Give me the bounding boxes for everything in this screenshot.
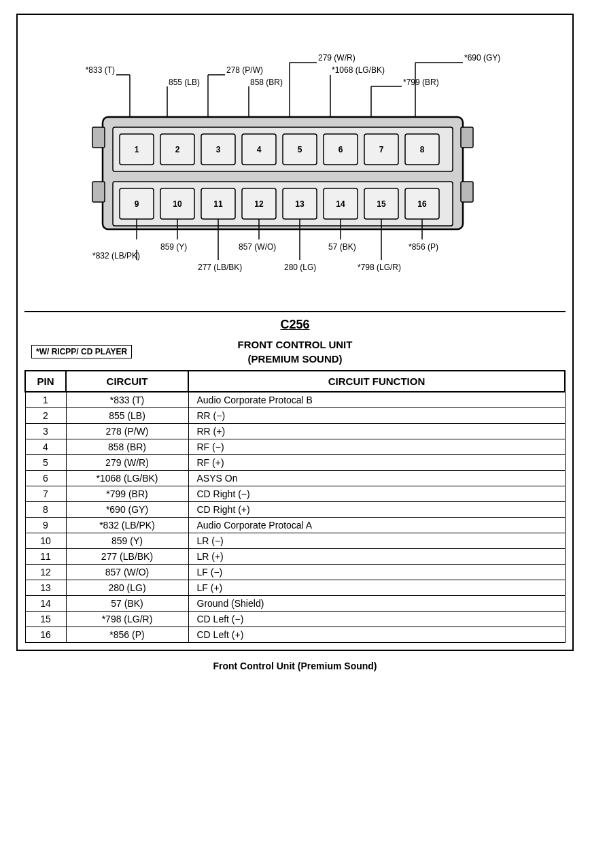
- title-row: *W/ RICPP/ CD PLAYER FRONT CONTROL UNIT …: [24, 335, 566, 369]
- pin-circuit: 279 (W/R): [66, 455, 188, 471]
- pin-number: 13: [25, 580, 66, 596]
- svg-text:*690 (GY): *690 (GY): [464, 53, 500, 63]
- pin-number: 14: [25, 596, 66, 612]
- main-container: *833 (T) 855 (LB) 278 (P/W) 858 (BR) 279…: [16, 14, 574, 651]
- svg-text:857 (W/O): 857 (W/O): [239, 242, 276, 252]
- svg-text:280 (LG): 280 (LG): [284, 263, 316, 272]
- svg-text:14: 14: [336, 199, 345, 209]
- pin-circuit: *1068 (LG/BK): [66, 471, 188, 486]
- svg-text:*799 (BR): *799 (BR): [403, 78, 439, 87]
- table-row: 15*798 (LG/R)CD Left (−): [25, 612, 565, 627]
- pin-number: 11: [25, 549, 66, 565]
- svg-text:278 (P/W): 278 (P/W): [226, 65, 263, 75]
- pin-table: PIN CIRCUIT CIRCUIT FUNCTION 1*833 (T)Au…: [24, 370, 566, 643]
- svg-text:*798 (LG/R): *798 (LG/R): [358, 263, 401, 272]
- pin-number: 6: [25, 471, 66, 486]
- table-row: 3278 (P/W)RR (+): [25, 424, 565, 439]
- svg-text:12: 12: [254, 199, 264, 209]
- svg-text:*1068 (LG/BK): *1068 (LG/BK): [332, 65, 385, 75]
- table-section: C256 *W/ RICPP/ CD PLAYER FRONT CONTROL …: [24, 311, 566, 643]
- svg-text:4: 4: [257, 145, 262, 154]
- table-row: 5279 (W/R)RF (+): [25, 455, 565, 471]
- pin-number: 8: [25, 502, 66, 518]
- pin-circuit: 857 (W/O): [66, 565, 188, 580]
- footer-caption: Front Control Unit (Premium Sound): [213, 651, 377, 675]
- table-row: 2855 (LB)RR (−): [25, 408, 565, 424]
- pin-function: LR (−): [188, 533, 565, 549]
- pin-function: CD Left (−): [188, 612, 565, 627]
- pin-number: 7: [25, 486, 66, 502]
- svg-text:279 (W/R): 279 (W/R): [318, 53, 355, 63]
- pin-number: 16: [25, 627, 66, 643]
- pin-number: 10: [25, 533, 66, 549]
- pin-circuit: 859 (Y): [66, 533, 188, 549]
- svg-text:8: 8: [420, 145, 425, 154]
- svg-text:11: 11: [213, 199, 223, 209]
- pin-function: CD Right (−): [188, 486, 565, 502]
- pin-function: LF (−): [188, 565, 565, 580]
- pin-number: 12: [25, 565, 66, 580]
- pin-function: Ground (Shield): [188, 596, 565, 612]
- table-row: 1*833 (T)Audio Corporate Protocal B: [25, 392, 565, 408]
- svg-text:13: 13: [295, 199, 305, 209]
- pin-circuit: 855 (LB): [66, 408, 188, 424]
- pin-circuit: *798 (LG/R): [66, 612, 188, 627]
- pin-function: LR (+): [188, 549, 565, 565]
- table-row: 7*799 (BR)CD Right (−): [25, 486, 565, 502]
- pin-function: ASYS On: [188, 471, 565, 486]
- pin-function: CD Left (+): [188, 627, 565, 643]
- pin-function: Audio Corporate Protocal A: [188, 518, 565, 533]
- title-line2: (PREMIUM SOUND): [247, 353, 342, 365]
- svg-rect-24: [92, 127, 105, 148]
- svg-text:3: 3: [216, 145, 221, 154]
- pin-function: RR (−): [188, 408, 565, 424]
- pin-function: RR (+): [188, 424, 565, 439]
- table-row: 8*690 (GY)CD Right (+): [25, 502, 565, 518]
- pin-circuit: *856 (P): [66, 627, 188, 643]
- svg-text:10: 10: [173, 199, 182, 209]
- svg-text:6: 6: [339, 145, 343, 154]
- svg-text:5: 5: [298, 145, 302, 154]
- svg-text:*832 (LB/PK): *832 (LB/PK): [92, 251, 140, 261]
- pin-circuit: 57 (BK): [66, 596, 188, 612]
- pin-circuit: 858 (BR): [66, 439, 188, 455]
- col1-header: PIN: [25, 371, 66, 392]
- title-line1: FRONT CONTROL UNIT: [238, 339, 353, 350]
- svg-rect-27: [461, 182, 473, 202]
- svg-text:9: 9: [135, 199, 139, 209]
- svg-text:*833 (T): *833 (T): [86, 65, 115, 75]
- svg-text:15: 15: [377, 199, 386, 209]
- badge: *W/ RICPP/ CD PLAYER: [31, 345, 132, 358]
- svg-text:16: 16: [417, 199, 427, 209]
- pin-circuit: *833 (T): [66, 392, 188, 408]
- pin-circuit: *832 (LB/PK): [66, 518, 188, 533]
- table-row: 6*1068 (LG/BK)ASYS On: [25, 471, 565, 486]
- pin-number: 2: [25, 408, 66, 424]
- col2-header: CIRCUIT: [66, 371, 188, 392]
- pin-circuit: 280 (LG): [66, 580, 188, 596]
- svg-text:858 (BR): 858 (BR): [250, 78, 283, 87]
- table-row: 16*856 (P)CD Left (+): [25, 627, 565, 643]
- pin-number: 5: [25, 455, 66, 471]
- svg-text:7: 7: [379, 145, 384, 154]
- pin-function: RF (+): [188, 455, 565, 471]
- table-row: 1457 (BK)Ground (Shield): [25, 596, 565, 612]
- pin-function: Audio Corporate Protocal B: [188, 392, 565, 408]
- table-row: 11277 (LB/BK)LR (+): [25, 549, 565, 565]
- pin-circuit: *690 (GY): [66, 502, 188, 518]
- pin-function: LF (+): [188, 580, 565, 596]
- svg-rect-25: [92, 182, 105, 202]
- svg-text:*856 (P): *856 (P): [409, 242, 438, 252]
- svg-text:57 (BK): 57 (BK): [328, 242, 356, 252]
- svg-text:859 (Y): 859 (Y): [160, 242, 187, 252]
- table-row: 13280 (LG)LF (+): [25, 580, 565, 596]
- svg-text:855 (LB): 855 (LB): [169, 78, 200, 87]
- svg-text:277 (LB/BK): 277 (LB/BK): [198, 263, 242, 272]
- table-row: 10859 (Y)LR (−): [25, 533, 565, 549]
- pin-number: 4: [25, 439, 66, 455]
- pin-function: RF (−): [188, 439, 565, 455]
- pin-circuit: 278 (P/W): [66, 424, 188, 439]
- pin-number: 3: [25, 424, 66, 439]
- svg-rect-26: [461, 127, 473, 148]
- pin-circuit: 277 (LB/BK): [66, 549, 188, 565]
